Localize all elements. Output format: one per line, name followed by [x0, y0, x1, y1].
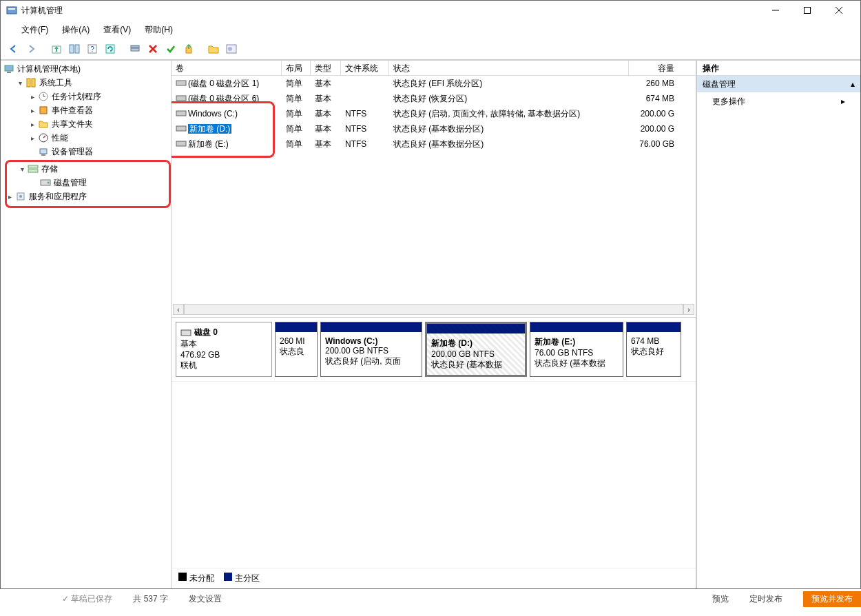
svg-rect-19	[5, 65, 13, 71]
properties-button[interactable]: ?	[85, 41, 100, 57]
col-type[interactable]: 类型	[311, 61, 341, 75]
actions-more-label: 更多操作	[712, 96, 745, 107]
actions-more[interactable]: 更多操作 ▸	[697, 92, 860, 110]
partition[interactable]: 674 MB状态良好	[626, 322, 681, 377]
volume-row[interactable]: (磁盘 0 磁盘分区 6)简单基本状态良好 (恢复分区)674 MB	[172, 91, 696, 106]
bg-publish-button[interactable]: 预览并发布	[803, 591, 861, 607]
bg-draft-label: 草稿已保存	[71, 594, 112, 604]
tree-system-tools[interactable]: ▾ 系统工具	[14, 76, 169, 90]
folder-button[interactable]	[206, 41, 221, 57]
maximize-button[interactable]	[791, 1, 823, 20]
col-volume[interactable]: 卷	[172, 61, 282, 75]
svg-rect-27	[41, 154, 45, 156]
clock-icon	[38, 91, 49, 102]
scroll-left-button[interactable]: ‹	[173, 304, 184, 315]
chevron-right-icon[interactable]: ▸	[28, 121, 37, 128]
app-icon	[6, 5, 17, 16]
volume-row[interactable]: 新加卷 (E:)简单基本NTFS状态良好 (基本数据分区)76.00 GB	[172, 136, 696, 152]
chevron-right-icon[interactable]: ▸	[28, 93, 37, 101]
scroll-right-button[interactable]: ›	[683, 304, 694, 315]
up-button[interactable]	[49, 41, 64, 57]
toolbar: ?	[1, 38, 860, 60]
check-button[interactable]	[163, 41, 178, 57]
nav-forward-button[interactable]	[24, 41, 39, 57]
volume-row[interactable]: Windows (C:)简单基本NTFS状态良好 (启动, 页面文件, 故障转储…	[172, 106, 696, 121]
tools-icon	[25, 77, 37, 88]
volume-list-header: 卷 布局 类型 文件系统 状态 容量	[172, 61, 696, 76]
partition[interactable]: 新加卷 (D:)200.00 GB NTFS状态良好 (基本数据	[425, 322, 527, 377]
chevron-right-icon: ▸	[841, 96, 845, 106]
svg-rect-29	[28, 170, 38, 172]
background-window-strip: ✓ 草稿已保存 共 537 字 发文设置 预览 定时发布 预览并发布	[0, 591, 861, 606]
disk-type: 基本	[180, 338, 267, 350]
tree-performance[interactable]: ▸性能	[27, 131, 169, 145]
chevron-right-icon[interactable]: ▸	[28, 107, 37, 114]
scroll-track[interactable]	[184, 304, 683, 315]
col-capacity[interactable]: 容量	[629, 61, 678, 75]
svg-rect-22	[32, 79, 35, 87]
volume-row[interactable]: (磁盘 0 磁盘分区 1)简单基本状态良好 (EFI 系统分区)260 MB	[172, 76, 696, 91]
tree-device-manager[interactable]: ▸设备管理器	[27, 145, 169, 158]
menubar: 文件(F) 操作(A) 查看(V) 帮助(H)	[1, 20, 860, 38]
disk-state: 联机	[180, 360, 267, 371]
export-button[interactable]	[181, 41, 196, 57]
tree-systools-label: 系统工具	[39, 77, 72, 89]
tree-event-viewer[interactable]: ▸事件查看器	[27, 103, 169, 117]
disk-icon	[180, 329, 191, 336]
menu-file[interactable]: 文件(F)	[14, 23, 55, 34]
partition[interactable]: Windows (C:)200.00 GB NTFS状态良好 (启动, 页面	[320, 322, 422, 377]
partition-container: 260 MI状态良Windows (C:)200.00 GB NTFS状态良好 …	[275, 322, 692, 377]
tree-shared-folders[interactable]: ▸共享文件夹	[27, 117, 169, 131]
chevron-down-icon[interactable]: ▾	[16, 79, 24, 87]
settings-button[interactable]	[127, 41, 143, 57]
col-filesystem[interactable]: 文件系统	[341, 61, 389, 75]
tree-task-scheduler[interactable]: ▸任务计划程序	[27, 90, 169, 103]
menu-action[interactable]: 操作(A)	[55, 23, 96, 34]
disk-name: 磁盘 0	[194, 327, 218, 338]
svg-rect-34	[176, 81, 186, 85]
tree-root-label: 计算机管理(本地)	[17, 63, 81, 75]
tree-storage-label: 存储	[41, 163, 58, 175]
legend-unallocated-swatch	[178, 573, 187, 581]
horizontal-scroll[interactable]: ‹ ›	[173, 303, 694, 316]
close-button[interactable]	[823, 1, 855, 20]
tree-disk-management[interactable]: ▸磁盘管理	[29, 176, 167, 189]
tree-services[interactable]: ▸ 服务和应用程序	[4, 189, 167, 203]
volume-list: (磁盘 0 磁盘分区 1)简单基本状态良好 (EFI 系统分区)260 MB(磁…	[172, 76, 696, 152]
main-panel: 卷 布局 类型 文件系统 状态 容量 (磁盘 0 磁盘分区 1)简单基本状态良好…	[172, 61, 696, 588]
col-status[interactable]: 状态	[389, 61, 629, 75]
storage-icon	[28, 163, 39, 174]
tree-root[interactable]: 计算机管理(本地)	[2, 62, 169, 76]
tree-diskmgmt-label: 磁盘管理	[54, 177, 87, 189]
partition[interactable]: 260 MI状态良	[275, 322, 318, 377]
chevron-right-icon[interactable]: ▸	[6, 193, 14, 201]
legend-primary-swatch	[224, 573, 232, 581]
actions-diskmgmt[interactable]: 磁盘管理 ▴	[697, 76, 860, 92]
minimize-button[interactable]	[760, 1, 791, 20]
show-hide-tree-button[interactable]	[67, 41, 82, 57]
volume-row[interactable]: 新加卷 (D:)简单基本NTFS状态良好 (基本数据分区)200.00 G	[172, 121, 696, 136]
refresh-button[interactable]	[103, 41, 118, 57]
bg-count-label: 共 537 字	[133, 593, 168, 605]
performance-icon	[38, 132, 49, 143]
bg-preview-label: 预览	[712, 593, 729, 605]
chevron-right-icon[interactable]: ▸	[28, 134, 37, 142]
partition[interactable]: 新加卷 (E:)76.00 GB NTFS状态良好 (基本数据	[530, 322, 623, 377]
nav-back-button[interactable]	[6, 41, 21, 57]
event-icon	[38, 105, 49, 116]
svg-rect-35	[176, 96, 186, 101]
chevron-down-icon[interactable]: ▾	[18, 165, 26, 173]
delete-button[interactable]	[145, 41, 160, 57]
computer-icon	[3, 63, 14, 74]
menu-view[interactable]: 查看(V)	[96, 23, 138, 34]
svg-rect-11	[106, 45, 114, 53]
menu-help[interactable]: 帮助(H)	[138, 23, 180, 34]
help-button[interactable]	[224, 41, 239, 57]
col-layout[interactable]: 布局	[282, 61, 311, 75]
disk-info[interactable]: 磁盘 0 基本 476.92 GB 联机	[176, 322, 272, 377]
device-icon	[38, 146, 49, 157]
tree-storage[interactable]: ▾ 存储	[17, 162, 167, 176]
svg-rect-0	[7, 7, 17, 14]
svg-rect-38	[176, 141, 186, 146]
tree-devmgr-label: 设备管理器	[52, 146, 93, 158]
